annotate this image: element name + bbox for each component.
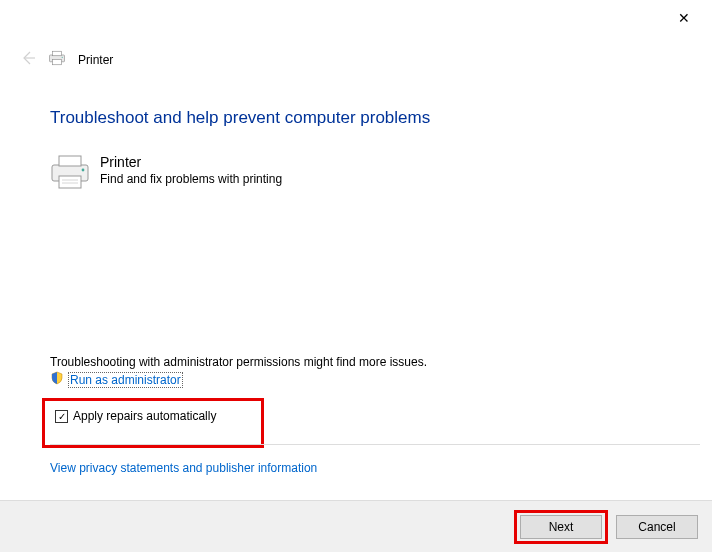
svg-rect-2 xyxy=(53,60,62,65)
privacy-link[interactable]: View privacy statements and publisher in… xyxy=(50,461,317,475)
page-title: Troubleshoot and help prevent computer p… xyxy=(50,108,700,128)
admin-note: Troubleshooting with administrator permi… xyxy=(50,355,427,369)
header: Printer xyxy=(20,50,113,69)
svg-rect-6 xyxy=(59,176,81,188)
admin-block: Troubleshooting with administrator permi… xyxy=(50,355,427,388)
next-button-highlight: Next xyxy=(514,510,608,544)
svg-point-9 xyxy=(82,169,85,172)
run-as-admin-link[interactable]: Run as administrator xyxy=(68,372,183,388)
printer-icon-large xyxy=(50,154,90,193)
apply-repairs-checkbox[interactable]: ✓ xyxy=(55,410,68,423)
close-icon: ✕ xyxy=(678,10,690,26)
troubleshooter-section: Printer Find and fix problems with print… xyxy=(50,154,700,193)
divider xyxy=(50,444,700,445)
section-title: Printer xyxy=(100,154,282,170)
apply-repairs-row: ✓ Apply repairs automatically xyxy=(42,398,264,448)
shield-icon xyxy=(50,371,64,388)
svg-rect-1 xyxy=(53,51,62,56)
close-button[interactable]: ✕ xyxy=(674,8,694,28)
next-button[interactable]: Next xyxy=(520,515,602,539)
svg-point-3 xyxy=(62,57,63,58)
back-icon[interactable] xyxy=(20,50,36,69)
apply-repairs-label: Apply repairs automatically xyxy=(73,409,216,423)
svg-rect-5 xyxy=(59,156,81,166)
main-content: Troubleshoot and help prevent computer p… xyxy=(50,108,700,211)
footer: Next Cancel xyxy=(0,500,712,552)
header-title: Printer xyxy=(78,53,113,67)
section-description: Find and fix problems with printing xyxy=(100,172,282,186)
cancel-button[interactable]: Cancel xyxy=(616,515,698,539)
checkmark-icon: ✓ xyxy=(58,412,66,422)
printer-icon xyxy=(48,50,66,69)
